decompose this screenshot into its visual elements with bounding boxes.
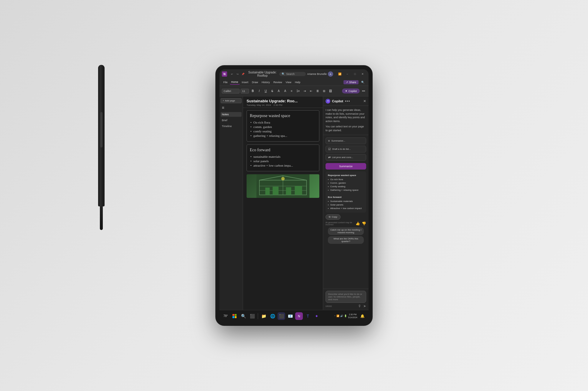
- font-size[interactable]: 11: [241, 89, 249, 93]
- font-color-button[interactable]: A: [283, 88, 288, 94]
- sidebar-item-toggle[interactable]: ≡: [221, 104, 242, 111]
- summary-item-3: Comfy seating: [330, 185, 364, 188]
- sidebar-item-timeline[interactable]: Timeline: [221, 124, 242, 129]
- bullet-button[interactable]: ≡: [289, 88, 294, 94]
- suggestion-summarize[interactable]: ≡ Summarize...: [326, 137, 366, 144]
- copy-label: Copy: [332, 216, 337, 218]
- copilot-panel: ✦ Copilot ••• ✕ I can help you generate …: [323, 96, 369, 310]
- copilot-more-options[interactable]: •••: [345, 99, 350, 104]
- add-icon: +: [223, 99, 224, 102]
- copy-button[interactable]: ⧉ Copy: [326, 214, 341, 220]
- stylus: [97, 65, 105, 230]
- title-bar-controls: ↩ ↪ 📌: [229, 72, 245, 76]
- indent-button[interactable]: ⇥: [302, 88, 307, 94]
- note-item-1: Oz-rich flora: [253, 121, 316, 124]
- menu-home[interactable]: Home: [230, 80, 240, 85]
- close-button[interactable]: ✕: [359, 71, 366, 77]
- greenhouse-visual: [247, 174, 319, 198]
- font-selector[interactable]: Calibri: [222, 89, 240, 93]
- svg-point-11: [281, 177, 285, 180]
- suggestion-pros-cons[interactable]: ⇄ List pros and cons...: [326, 154, 366, 161]
- search-toolbar-icon[interactable]: 🔍: [359, 80, 366, 85]
- stylus-tip: [100, 206, 103, 230]
- menu-file[interactable]: File: [222, 80, 229, 84]
- taskbar-files[interactable]: 📁: [260, 312, 267, 320]
- redo-btn[interactable]: ↪: [235, 72, 240, 76]
- prompt-chip-2[interactable]: What are the OKRs this quarter?: [328, 236, 364, 244]
- tablet-screen: N ↩ ↪ 📌 Sustainable Upgrade: Rooftop 🔍 S…: [219, 69, 369, 322]
- menu-history[interactable]: History: [260, 80, 271, 84]
- svg-rect-7: [265, 188, 270, 195]
- window-title: Sustainable Upgrade: Rooftop: [247, 71, 278, 77]
- minimize-button[interactable]: −: [344, 71, 351, 77]
- copilot-ribbon-label: Copilot: [348, 90, 357, 93]
- input-counter: 0/6000: [326, 305, 332, 307]
- menu-insert[interactable]: Insert: [240, 80, 250, 84]
- taskbar-clock[interactable]: 2:30 PM 5/14/2024: [348, 313, 357, 318]
- taskbar-onenote[interactable]: N: [295, 312, 303, 320]
- menu-draw[interactable]: Draw: [250, 80, 260, 84]
- image-button[interactable]: 🖼: [328, 88, 333, 94]
- window-buttons: 📶 − □ ✕: [336, 71, 366, 77]
- section2-title: Eco forward: [250, 148, 316, 152]
- copilot-input-box[interactable]: Describe what you'd like to do or use / …: [326, 291, 366, 303]
- taskbar-task-view[interactable]: ⬛: [248, 312, 256, 320]
- prompt-chip-1[interactable]: Catch me up on the meeting I missed morn…: [328, 227, 364, 235]
- undo-btn[interactable]: ↩: [229, 72, 234, 76]
- summary-item-2: Comm. garden: [330, 181, 364, 185]
- taskbar-arrow-icon[interactable]: ^: [334, 315, 336, 317]
- summary-item-1: Oz-rich flora: [330, 178, 364, 181]
- taskbar-volume-icon: 🔊: [340, 315, 343, 317]
- table-button[interactable]: ⊞: [321, 88, 327, 94]
- share-label: Share: [349, 81, 356, 84]
- maximize-button[interactable]: □: [351, 71, 359, 77]
- taskbar-copilot[interactable]: ✦: [313, 312, 321, 320]
- share-button[interactable]: ↗ Share: [343, 80, 359, 84]
- add-page-button[interactable]: + Add page: [221, 98, 242, 103]
- sidebar-item-brief[interactable]: Brief: [221, 118, 242, 123]
- suggestion-todo[interactable]: ☑ Draft a to do list...: [326, 146, 366, 152]
- copilot-intro: I can help you generate ideas, make to-d…: [323, 106, 369, 135]
- search-bar[interactable]: 🔍 Search: [279, 72, 306, 76]
- numbered-list-button[interactable]: 1≡: [295, 88, 301, 94]
- more-options-button[interactable]: •••: [361, 88, 366, 94]
- send-icon[interactable]: ➤: [363, 304, 366, 308]
- menu-help[interactable]: Help: [293, 80, 302, 84]
- prompt-suggestions: Catch me up on the meeting I missed morn…: [326, 227, 366, 244]
- italic-button[interactable]: I: [257, 88, 262, 94]
- summary-title-2: Eco forward: [328, 196, 364, 199]
- menu-review[interactable]: Review: [272, 80, 284, 84]
- win-cell-3: [232, 316, 234, 318]
- taskbar-search[interactable]: 🔍: [240, 312, 247, 320]
- outdent-button[interactable]: ⇤: [308, 88, 314, 94]
- sidebar-item-notes[interactable]: Notes: [221, 112, 242, 117]
- menu-view[interactable]: View: [284, 80, 293, 84]
- pin-btn[interactable]: 📌: [241, 72, 245, 76]
- copilot-ribbon-button[interactable]: ✦ Copilot: [342, 88, 360, 93]
- thumbs-down-button[interactable]: 👎: [362, 221, 366, 226]
- align-button[interactable]: ≣: [315, 88, 320, 94]
- note-section-2: Eco forward sustainable materials solar …: [247, 144, 319, 171]
- note-section-1: Repurpose wasted space Oz-rich flora com…: [247, 110, 319, 142]
- taskbar-store[interactable]: ⬛: [278, 312, 285, 320]
- taskbar-windows-button[interactable]: [231, 312, 238, 320]
- taskbar-browser[interactable]: 🌐: [269, 312, 276, 320]
- taskbar-notifications[interactable]: 🔔: [359, 312, 366, 320]
- taskbar-outlook[interactable]: 📧: [286, 312, 294, 320]
- highlight-button[interactable]: A: [276, 88, 281, 94]
- copilot-body: I can help you generate ideas, make to-d…: [323, 106, 369, 310]
- strikethrough-button[interactable]: S̶: [270, 88, 275, 94]
- win-cell-2: [235, 314, 237, 316]
- copy-icon: ⧉: [329, 216, 331, 218]
- copilot-close-button[interactable]: ✕: [363, 99, 366, 103]
- taskbar-weather[interactable]: 78°: [222, 312, 229, 320]
- microphone-icon[interactable]: 🎙: [358, 304, 361, 308]
- thumbs-up-button[interactable]: 👍: [356, 221, 360, 226]
- menu-bar: File Home Insert Draw History Review Vie…: [219, 79, 369, 86]
- taskbar-system-tray: ^ 📶 🔊 🔋: [334, 315, 347, 317]
- underline-button[interactable]: U: [263, 88, 268, 94]
- summarize-button[interactable]: Summarize: [326, 163, 366, 170]
- taskbar-teams[interactable]: T: [304, 312, 312, 320]
- bold-button[interactable]: B: [250, 88, 255, 94]
- feedback-buttons: 👍 👎: [356, 221, 366, 226]
